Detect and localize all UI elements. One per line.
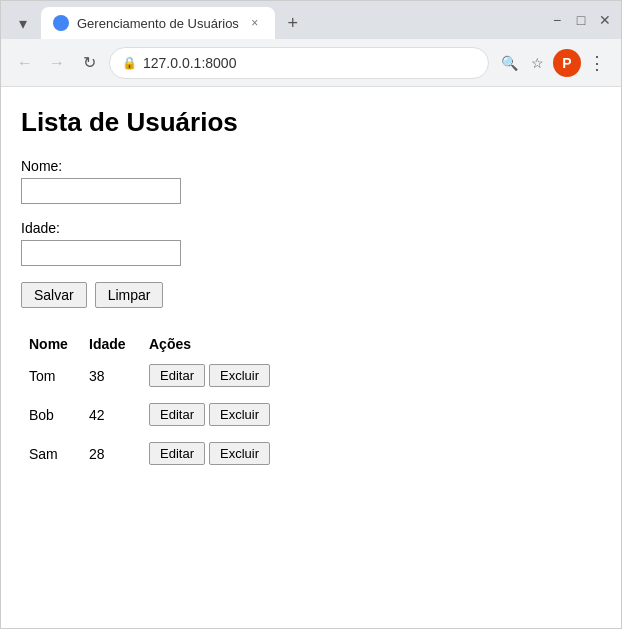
cell-age-2: 28 [81,434,141,473]
name-field-section: Nome: [21,158,601,204]
url-text: 127.0.0.1:8000 [143,55,476,71]
tab-favicon [53,15,69,31]
bookmark-btn[interactable]: ☆ [525,51,549,75]
reload-btn[interactable]: ↻ [77,51,101,75]
cell-name-0: Tom [21,356,81,395]
age-input[interactable] [21,240,181,266]
form-buttons: Salvar Limpar [21,282,601,308]
address-input-wrap[interactable]: 🔒 127.0.0.1:8000 [109,47,489,79]
browser-window: ▾ Gerenciamento de Usuários × + − □ ✕ ← … [0,0,622,629]
age-field-section: Idade: [21,220,601,266]
forward-btn[interactable]: → [45,51,69,75]
cell-age-1: 42 [81,395,141,434]
edit-btn-1[interactable]: Editar [149,403,205,426]
edit-btn-2[interactable]: Editar [149,442,205,465]
address-actions: 🔍 ☆ P ⋮ [497,49,609,77]
lock-icon: 🔒 [122,56,137,70]
maximize-btn[interactable]: □ [573,12,589,28]
tab-list-icon[interactable]: ▾ [9,9,37,37]
minimize-btn[interactable]: − [549,12,565,28]
save-button[interactable]: Salvar [21,282,87,308]
close-btn[interactable]: ✕ [597,12,613,28]
users-table: Nome Idade Ações Tom38EditarExcluirBob42… [21,332,601,473]
col-header-actions: Ações [141,332,601,356]
table-row: Sam28EditarExcluir [21,434,601,473]
tab-title: Gerenciamento de Usuários [77,16,239,31]
delete-btn-0[interactable]: Excluir [209,364,270,387]
cell-age-0: 38 [81,356,141,395]
cell-actions-0: EditarExcluir [141,356,601,395]
tab-close-btn[interactable]: × [247,15,263,31]
page-title: Lista de Usuários [21,107,601,138]
page-content: Lista de Usuários Nome: Idade: Salvar Li… [1,87,621,628]
cell-actions-1: EditarExcluir [141,395,601,434]
delete-btn-2[interactable]: Excluir [209,442,270,465]
address-bar: ← → ↻ 🔒 127.0.0.1:8000 🔍 ☆ P ⋮ [1,39,621,87]
tab-bar: ▾ Gerenciamento de Usuários × + − □ ✕ [1,1,621,39]
table-row: Tom38EditarExcluir [21,356,601,395]
table-header-row: Nome Idade Ações [21,332,601,356]
cell-name-1: Bob [21,395,81,434]
cell-name-2: Sam [21,434,81,473]
zoom-btn[interactable]: 🔍 [497,51,521,75]
delete-btn-1[interactable]: Excluir [209,403,270,426]
menu-btn[interactable]: ⋮ [585,51,609,75]
window-controls: − □ ✕ [549,12,613,34]
name-label: Nome: [21,158,601,174]
profile-btn[interactable]: P [553,49,581,77]
clear-button[interactable]: Limpar [95,282,164,308]
new-tab-btn[interactable]: + [279,9,307,37]
age-label: Idade: [21,220,601,236]
active-tab[interactable]: Gerenciamento de Usuários × [41,7,275,39]
col-header-age: Idade [81,332,141,356]
back-btn[interactable]: ← [13,51,37,75]
cell-actions-2: EditarExcluir [141,434,601,473]
edit-btn-0[interactable]: Editar [149,364,205,387]
name-input[interactable] [21,178,181,204]
table-row: Bob42EditarExcluir [21,395,601,434]
col-header-name: Nome [21,332,81,356]
